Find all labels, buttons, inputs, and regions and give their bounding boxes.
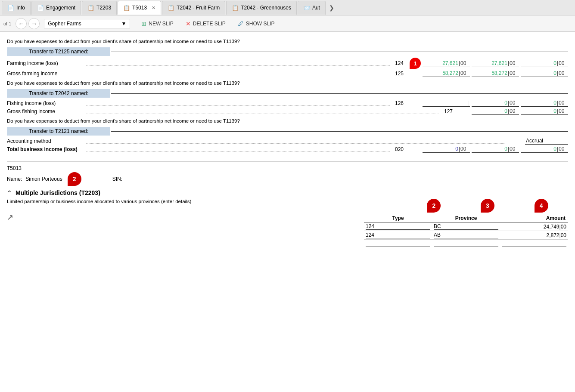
- gross-fishing-row: Gross fishing income 127 0 | 00 0 | 00: [7, 108, 568, 115]
- tab-t5013[interactable]: 📋 T5013 ✕: [118, 1, 161, 15]
- row-empty-amount[interactable]: [500, 240, 568, 248]
- row-empty-amount-input[interactable]: [502, 241, 566, 247]
- fishing-income-val3[interactable]: 0 | 00: [521, 99, 568, 107]
- tab-bar: 📄 Info 📄 Engagement 📋 T2203 📋 T5013 ✕ 📋 …: [0, 0, 575, 15]
- fishing-income-code: 126: [392, 100, 407, 106]
- farming-income-val3[interactable]: 0 | 00: [521, 60, 568, 67]
- fishing-income-label: Fishing income (loss): [7, 100, 84, 106]
- delete-slip-label: DELETE SLIP: [193, 21, 226, 27]
- gross-fishing-val2[interactable]: 0 | 00: [521, 108, 568, 115]
- row1-province-input[interactable]: [434, 232, 498, 238]
- row-empty-type[interactable]: [364, 240, 432, 248]
- gross-farming-val1[interactable]: 58,272 | 00: [423, 70, 470, 77]
- footer-section: T5013 Name: Simon Porteous 2 SIN: ⌃ Mult…: [7, 161, 568, 248]
- annotation-bubble-4: 4: [535, 199, 548, 213]
- total-business-val3[interactable]: 0 | 00: [521, 145, 568, 153]
- tab-engagement-label: Engagement: [46, 5, 75, 11]
- row-empty-province[interactable]: [432, 240, 500, 248]
- tab-t5013-label: T5013: [132, 5, 147, 11]
- total-business-val2[interactable]: 0 | 00: [472, 145, 519, 153]
- tab-t2203[interactable]: 📋 T2203: [82, 1, 117, 15]
- row0-type[interactable]: [364, 222, 432, 231]
- cursor-icon: ↗: [7, 213, 13, 222]
- tab-t2042-fruit[interactable]: 📋 T2042 - Fruit Farm: [162, 1, 225, 15]
- total-business-row: Total business income (loss) 020 0 | 00 …: [7, 145, 568, 153]
- row0-type-input[interactable]: [366, 223, 430, 230]
- show-slip-label: SHOW SLIP: [246, 21, 275, 27]
- form-id: T5013: [7, 165, 568, 171]
- transfer-t2125-line: [111, 52, 568, 52]
- gross-farming-val2[interactable]: 58,272 | 00: [472, 70, 519, 77]
- farming-income-val2[interactable]: 27,621 | 00: [472, 60, 519, 67]
- tab-engagement[interactable]: 📄 Engagement: [31, 1, 81, 15]
- nav-back-button[interactable]: ←: [16, 18, 27, 29]
- delete-slip-icon: ✕: [186, 20, 191, 27]
- fishing-income-row: Fishing income (loss) 126 | 0 | 00 0 | 0…: [7, 99, 568, 107]
- delete-slip-button[interactable]: ✕ DELETE SLIP: [183, 19, 228, 28]
- tab-t2042-fruit-icon: 📋: [168, 5, 174, 11]
- row-empty-province-input[interactable]: [434, 241, 498, 247]
- new-slip-button[interactable]: ⊞ NEW SLIP: [139, 19, 176, 28]
- nav-forward-button[interactable]: →: [28, 18, 40, 29]
- fishing-income-val2[interactable]: 0 | 00: [472, 99, 519, 107]
- annotation-bubble-2-right: 2: [427, 199, 441, 213]
- annotation-bubble-3: 3: [481, 199, 494, 213]
- show-slip-button[interactable]: 🖊 SHOW SLIP: [235, 19, 277, 28]
- total-business-val1[interactable]: 0 | 00: [423, 145, 470, 153]
- row1-type-input[interactable]: [366, 232, 430, 238]
- tab-t2042-fruit-label: T2042 - Fruit Farm: [177, 5, 220, 11]
- tab-t2203-label: T2203: [96, 5, 111, 11]
- row1-province[interactable]: [432, 231, 500, 240]
- tab-t2042-green[interactable]: 📋 T2042 - Greenhouses: [226, 1, 297, 15]
- gross-farming-val3[interactable]: 0 | 00: [521, 70, 568, 77]
- question3-text: Do you have expenses to deduct from your…: [7, 117, 568, 124]
- tab-aut-icon: 📨: [303, 5, 310, 11]
- accounting-method-label: Accounting method: [7, 138, 84, 144]
- total-business-code: 020: [392, 146, 407, 152]
- tab-info[interactable]: 📄 Info: [2, 1, 31, 15]
- gross-fishing-dots: [86, 109, 439, 114]
- row0-province[interactable]: [432, 222, 500, 231]
- tab-aut[interactable]: 📨 Aut: [298, 1, 326, 15]
- tab-t5013-close[interactable]: ✕: [152, 5, 155, 11]
- col-amount-header: Amount: [500, 214, 568, 222]
- farming-income-val1[interactable]: 27,621 | 00: [423, 60, 470, 67]
- transfer-t2121-header: Transfer to T2121 named:: [7, 127, 568, 136]
- transfer-t2042-header: Transfer to T2042 named:: [7, 89, 568, 98]
- farming-income-code: 124: [392, 60, 407, 66]
- gross-farming-dots: [86, 71, 390, 76]
- col-type-header: Type: [364, 214, 432, 222]
- toolbar: of 1 ← → Gopher Farms ▼ ⊞ NEW SLIP ✕ DEL…: [0, 15, 575, 32]
- toolbar-actions: ⊞ NEW SLIP ✕ DELETE SLIP 🖊 SHOW SLIP: [139, 19, 277, 28]
- row1-amount: 2,872|00: [500, 231, 568, 240]
- transfer-t2042-label: Transfer to T2042 named:: [7, 89, 110, 98]
- show-slip-icon: 🖊: [238, 20, 244, 27]
- new-slip-icon: ⊞: [141, 20, 146, 27]
- tab-nav-right[interactable]: ❯: [326, 4, 337, 11]
- total-business-dots: [86, 147, 390, 152]
- row1-type[interactable]: [364, 231, 432, 240]
- section-desc: Limited partnership or business income a…: [7, 199, 355, 204]
- table-row-1: 2,872|00: [364, 231, 568, 240]
- tab-aut-label: Aut: [312, 5, 320, 11]
- fishing-income-val1-input[interactable]: |: [423, 99, 470, 107]
- farming-income-dots: [86, 61, 390, 66]
- row-empty-type-input[interactable]: [366, 241, 430, 247]
- row0-amount: 24,749|00: [500, 222, 568, 231]
- tab-t2042-green-label: T2042 - Greenhouses: [241, 5, 291, 11]
- tab-t2042-green-icon: 📋: [232, 5, 239, 11]
- accounting-method-row: Accounting method Accrual: [7, 137, 568, 145]
- collapse-icon[interactable]: ⌃: [7, 189, 12, 196]
- gross-fishing-val1[interactable]: 0 | 00: [472, 108, 519, 115]
- annotation-bubble-2-left: 2: [68, 172, 81, 186]
- farm-dropdown[interactable]: Gopher Farms ▼: [44, 19, 130, 28]
- transfer-t2121-label: Transfer to T2121 named:: [7, 127, 110, 136]
- main-content: Do you have expenses to deduct from your…: [0, 32, 575, 392]
- transfer-t2042-line: [111, 93, 568, 94]
- annotation-bubble-1: 1: [410, 58, 421, 69]
- table-row-0: 24,749|00: [364, 222, 568, 231]
- question1-text: Do you have expenses to deduct from your…: [7, 38, 568, 45]
- gross-fishing-label: Gross fishing income: [7, 108, 84, 114]
- row0-province-input[interactable]: [434, 223, 498, 230]
- name-label: Name:: [7, 176, 22, 182]
